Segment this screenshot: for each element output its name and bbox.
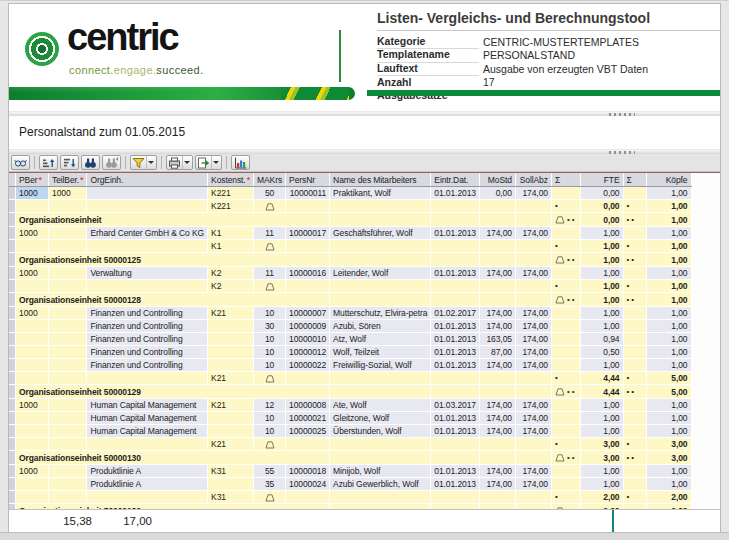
cell-pber[interactable]	[16, 478, 49, 491]
cell-kostenst[interactable]	[208, 412, 254, 425]
cell-name[interactable]: Minijob, Wolf	[330, 465, 431, 478]
cell-pber[interactable]: 1000	[16, 187, 49, 200]
dropdown-arrow-icon[interactable]	[211, 156, 220, 169]
group-collapse-cell[interactable]: ••	[551, 213, 580, 227]
cell-pber[interactable]: 1000	[16, 465, 49, 478]
cell-fte[interactable]: 3,00	[580, 438, 623, 451]
cell-mostd[interactable]	[479, 385, 515, 399]
cell-koepfe[interactable]: 1,00	[646, 227, 691, 240]
cell-eintrdat[interactable]	[431, 200, 480, 213]
cell-s2[interactable]: •	[623, 438, 646, 451]
cell-name[interactable]: Freiwillig-Sozial, Wolf	[330, 359, 431, 372]
cell-sollabz[interactable]: 174,00	[515, 227, 551, 240]
cell-orgeinh[interactable]: Human Capital Management	[87, 399, 208, 412]
cell-eintrdat[interactable]	[431, 451, 480, 465]
cell-mostd[interactable]: 174,00	[479, 399, 515, 412]
cell-pber[interactable]: 1000	[16, 267, 49, 280]
cell-pber[interactable]: 1000	[16, 227, 49, 240]
details-glasses-button[interactable]	[11, 155, 30, 170]
cell-s2[interactable]	[623, 227, 646, 240]
cell-kostenst[interactable]: K221	[208, 200, 254, 213]
group-label[interactable]: Organisationseinheit 50000128	[16, 293, 330, 307]
cell-sollabz[interactable]: 174,00	[515, 187, 551, 200]
subtotal-collapse-icon[interactable]	[254, 240, 286, 253]
cell-orgeinh[interactable]: Erhard Center GmbH & Co KG	[87, 227, 208, 240]
cell-eintrdat[interactable]: 01.02.2017	[431, 307, 480, 320]
cell-mostd[interactable]	[479, 491, 515, 504]
cell-sollabz[interactable]: 174,00	[515, 346, 551, 359]
cell-makrs[interactable]: 35	[254, 478, 286, 491]
cell-name[interactable]: Azubi, Sören	[330, 320, 431, 333]
cell-koepfe[interactable]: 3,00	[646, 438, 691, 451]
cell-s1[interactable]: •	[551, 200, 580, 213]
cell-sollabz[interactable]: 174,00	[515, 307, 551, 320]
cell-fte[interactable]: 0,94	[580, 333, 623, 346]
cell-pber[interactable]	[16, 359, 49, 372]
cell-name[interactable]	[330, 213, 431, 227]
cell-pber[interactable]: 1000	[16, 399, 49, 412]
cell-koepfe[interactable]: 1,00	[646, 293, 691, 307]
cell-sollabz[interactable]	[515, 253, 551, 267]
cell-kostenst[interactable]: K21	[208, 372, 254, 385]
cell-sollabz[interactable]	[515, 213, 551, 227]
cell-kostenst[interactable]: K1	[208, 227, 254, 240]
sort-descending-button[interactable]	[60, 155, 79, 170]
cell-orgeinh[interactable]	[87, 240, 208, 253]
col-header-s2[interactable]: Σ	[623, 173, 646, 187]
cell-persnr[interactable]: 10000022	[286, 359, 330, 372]
cell-s2[interactable]: ••	[623, 253, 646, 267]
cell-orgeinh[interactable]	[87, 438, 208, 451]
cell-name[interactable]	[330, 240, 431, 253]
cell-teilber[interactable]	[49, 465, 87, 478]
cell-sollabz[interactable]	[515, 491, 551, 504]
cell-teilber[interactable]	[49, 359, 87, 372]
cell-persnr[interactable]: 10000018	[286, 465, 330, 478]
cell-persnr[interactable]: 10000017	[286, 227, 330, 240]
chart-button[interactable]	[231, 155, 250, 170]
cell-s2[interactable]: ••	[623, 293, 646, 307]
cell-kostenst[interactable]	[208, 359, 254, 372]
cell-s1[interactable]	[551, 465, 580, 478]
cell-koepfe[interactable]: 1,00	[646, 253, 691, 267]
cell-s2[interactable]: ••	[623, 385, 646, 399]
cell-kostenst[interactable]: K2	[208, 280, 254, 293]
cell-mostd[interactable]: 0,00	[479, 187, 515, 200]
cell-fte[interactable]: 1,00	[580, 465, 623, 478]
cell-eintrdat[interactable]	[431, 385, 480, 399]
subtotal-collapse-icon[interactable]	[254, 491, 286, 504]
cell-name[interactable]: Überstunden, Wolf	[330, 425, 431, 438]
cell-persnr[interactable]	[286, 280, 330, 293]
cell-name[interactable]: Wolf, Teilzeit	[330, 346, 431, 359]
cell-sollabz[interactable]	[515, 385, 551, 399]
subtotal-collapse-icon[interactable]	[254, 438, 286, 451]
group-collapse-cell[interactable]: ••	[551, 385, 580, 399]
cell-persnr[interactable]: 10000007	[286, 307, 330, 320]
cell-name[interactable]	[330, 253, 431, 267]
cell-koepfe[interactable]: 2,00	[646, 491, 691, 504]
cell-orgeinh[interactable]: Verwaltung	[87, 267, 208, 280]
cell-orgeinh[interactable]: Produktlinie A	[87, 478, 208, 491]
cell-s2[interactable]: •	[623, 200, 646, 213]
cell-s2[interactable]	[623, 478, 646, 491]
cell-fte[interactable]: 3,00	[580, 451, 623, 465]
cell-mostd[interactable]	[479, 293, 515, 307]
cell-eintrdat[interactable]	[431, 438, 480, 451]
cell-fte[interactable]: 0,50	[580, 346, 623, 359]
cell-teilber[interactable]	[49, 227, 87, 240]
cell-kostenst[interactable]	[208, 333, 254, 346]
cell-koepfe[interactable]: 1,00	[646, 280, 691, 293]
cell-name[interactable]	[330, 451, 431, 465]
cell-sollabz[interactable]	[515, 200, 551, 213]
cell-pber[interactable]	[16, 412, 49, 425]
cell-kostenst[interactable]: K221	[208, 187, 254, 200]
cell-kostenst[interactable]: K31	[208, 465, 254, 478]
cell-orgeinh[interactable]	[87, 200, 208, 213]
cell-orgeinh[interactable]: Finanzen und Controlling	[87, 333, 208, 346]
cell-kostenst[interactable]: K1	[208, 240, 254, 253]
cell-mostd[interactable]	[479, 438, 515, 451]
cell-eintrdat[interactable]	[431, 253, 480, 267]
cell-teilber[interactable]	[49, 478, 87, 491]
cell-sollabz[interactable]	[515, 240, 551, 253]
cell-sollabz[interactable]: 174,00	[515, 412, 551, 425]
cell-name[interactable]	[330, 293, 431, 307]
